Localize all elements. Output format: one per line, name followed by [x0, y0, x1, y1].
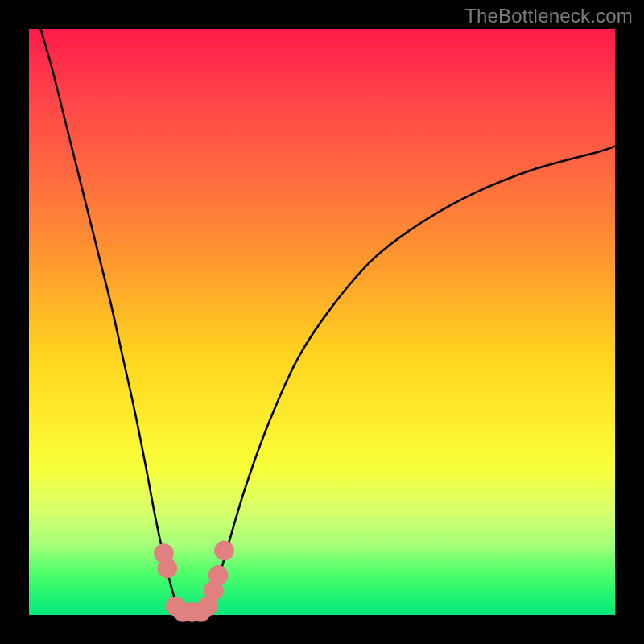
data-marker	[157, 558, 177, 578]
data-marker	[208, 565, 229, 585]
data-marker	[214, 541, 234, 561]
series-right-curve	[206, 147, 615, 615]
chart-frame: TheBottleneck.com	[0, 0, 644, 644]
series-group	[41, 29, 615, 615]
chart-svg	[29, 29, 615, 615]
marker-group	[154, 541, 234, 622]
series-left-curve	[41, 29, 180, 615]
attribution-text: TheBottleneck.com	[464, 5, 633, 27]
